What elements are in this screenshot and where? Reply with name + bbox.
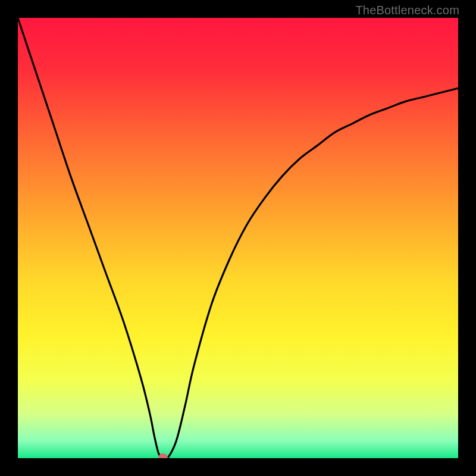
curve-layer	[18, 18, 458, 458]
attribution-label: TheBottleneck.com	[355, 4, 459, 17]
plot-area	[18, 18, 458, 458]
bottleneck-curve	[18, 18, 458, 458]
chart-frame: TheBottleneck.com	[0, 0, 476, 476]
